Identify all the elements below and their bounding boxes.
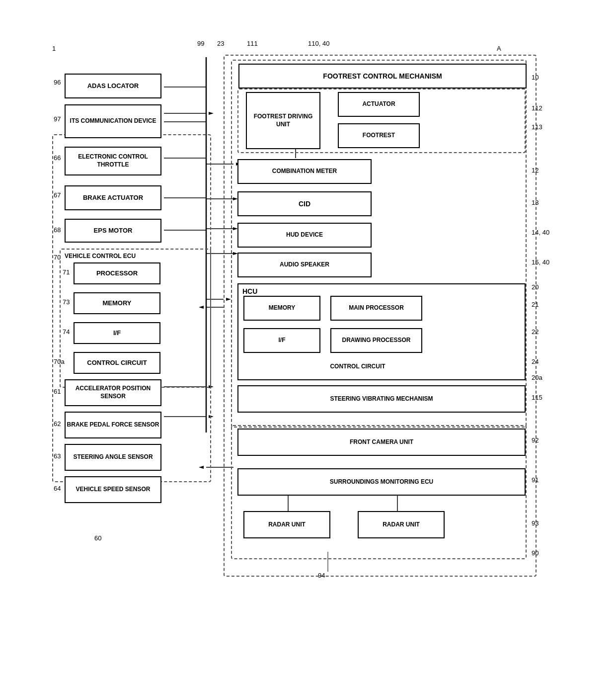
ref-21: 21 xyxy=(532,301,539,308)
adas-locator-box: ADAS LOCATOR xyxy=(65,74,161,98)
ref-110-40: 110, 40 xyxy=(308,40,329,47)
ref-22: 22 xyxy=(532,328,539,336)
ref-13: 13 xyxy=(532,199,539,206)
ref-92: 92 xyxy=(532,436,539,444)
ref-74: 74 xyxy=(63,328,70,336)
ref-1: 1 xyxy=(52,45,56,52)
control-circuit-hcu-label: CONTROL CIRCUIT xyxy=(283,363,432,370)
if-74-box: I/F xyxy=(74,322,160,344)
ref-113: 113 xyxy=(532,123,542,131)
surroundings-box: SURROUNDINGS MONITORING ECU xyxy=(237,468,526,496)
vehicle-speed-box: VEHICLE SPEED SENSOR xyxy=(65,476,161,503)
steering-vibrating-box: STEERING VIBRATING MECHANISM xyxy=(237,385,526,413)
actuator-112-box: ACTUATOR xyxy=(338,92,420,117)
cid-box: CID xyxy=(237,191,372,216)
footrest-113-box: FOOTREST xyxy=(338,123,420,148)
ref-20a: 20a xyxy=(532,374,542,381)
ref-60: 60 xyxy=(94,534,101,542)
ref-12: 12 xyxy=(532,167,539,174)
ref-68: 68 xyxy=(54,226,61,234)
svg-marker-4 xyxy=(209,112,214,115)
ref-62: 62 xyxy=(54,420,61,428)
memory-21-box: MEMORY xyxy=(243,296,320,321)
ref-112: 112 xyxy=(532,104,542,112)
ref-A: A xyxy=(497,45,501,52)
ref-73: 73 xyxy=(63,298,70,306)
ref-94: 94 xyxy=(318,572,325,579)
ref-24: 24 xyxy=(532,358,539,365)
ref-115: 115 xyxy=(532,394,542,401)
processor-box: PROCESSOR xyxy=(74,262,160,284)
brake-actuator-box: BRAKE ACTUATOR xyxy=(65,185,161,210)
control-circuit-70a-box: CONTROL CIRCUIT xyxy=(74,352,160,374)
ref-23: 23 xyxy=(217,40,224,47)
ref-64: 64 xyxy=(54,485,61,492)
radar-left-box: RADAR UNIT xyxy=(243,511,330,538)
ref-93: 93 xyxy=(532,519,539,527)
ref-70a: 70a xyxy=(54,358,65,365)
ref-20: 20 xyxy=(532,283,539,291)
ref-63: 63 xyxy=(54,452,61,460)
diagram: 1 A 10 99 23 111 110, 40 ADAS LOCATOR 96… xyxy=(0,0,616,689)
hud-device-box: HUD DEVICE xyxy=(237,223,372,248)
ref-97: 97 xyxy=(54,115,61,123)
ref-67: 67 xyxy=(54,191,61,199)
combination-meter-box: COMBINATION METER xyxy=(237,159,372,184)
its-comm-box: ITS COMMUNICATION DEVICE xyxy=(65,104,161,138)
eps-motor-box: EPS MOTOR xyxy=(65,219,161,243)
ref-66: 66 xyxy=(54,154,61,162)
ref-15-40: 15, 40 xyxy=(532,258,549,266)
if-24-box: I/F xyxy=(243,328,320,353)
audio-speaker-box: AUDIO SPEAKER xyxy=(237,253,372,277)
ref-111: 111 xyxy=(247,40,258,47)
ref-91: 91 xyxy=(532,476,539,484)
footrest-control-box: FOOTREST CONTROL MECHANISM xyxy=(238,64,527,88)
brake-pedal-box: BRAKE PEDAL FORCE SENSOR xyxy=(65,412,161,438)
ref-90: 90 xyxy=(532,549,539,557)
front-camera-box: FRONT CAMERA UNIT xyxy=(237,429,526,456)
ref-71: 71 xyxy=(63,268,70,276)
drawing-processor-box: DRAWING PROCESSOR xyxy=(330,328,422,353)
ref-61: 61 xyxy=(54,388,61,395)
ref-96: 96 xyxy=(54,79,61,86)
electronic-control-box: ELECTRONIC CONTROL THROTTLE xyxy=(65,147,161,175)
steering-angle-box: STEERING ANGLE SENSOR xyxy=(65,444,161,471)
footrest-driving-box: FOOTREST DRIVING UNIT xyxy=(246,92,320,149)
accel-pos-box: ACCELERATOR POSITION SENSOR xyxy=(65,379,161,406)
ref-14-40: 14, 40 xyxy=(532,229,549,236)
hcu-label: HCU xyxy=(242,287,257,296)
main-processor-box: MAIN PROCESSOR xyxy=(330,296,422,321)
memory-70-box: MEMORY xyxy=(74,292,160,314)
ref-99: 99 xyxy=(197,40,204,47)
radar-right-box: RADAR UNIT xyxy=(358,511,445,538)
